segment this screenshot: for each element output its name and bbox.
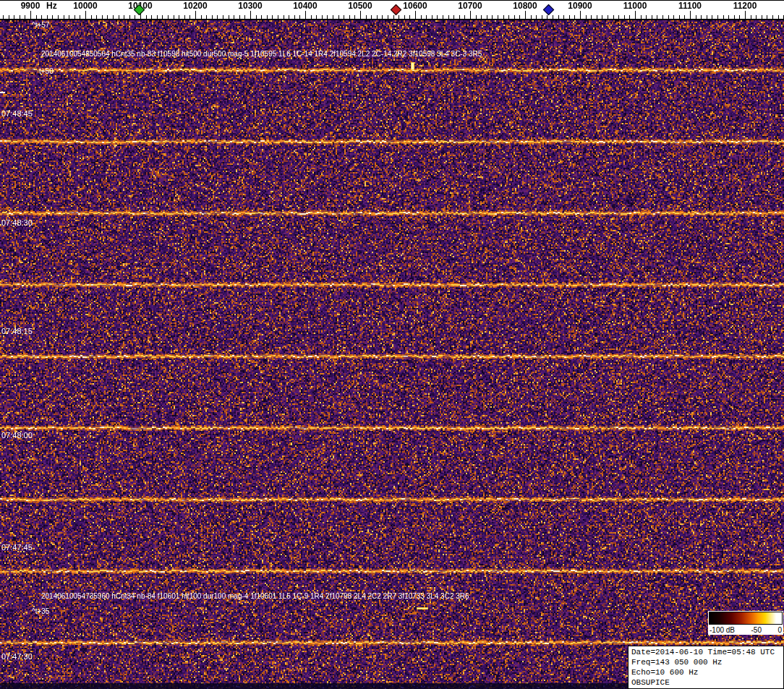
info-line: Echo=10 600 Hz [631, 667, 780, 677]
legend-label: -50 [751, 626, 762, 634]
freq-tick-label: 11100 [678, 1, 702, 11]
echo-annotation: 20140610054735960 hCnt34 nb-84 f10601 hi… [41, 592, 469, 600]
freq-tick-label: 10400 [293, 1, 317, 11]
time-label: 07:48:45 [1, 109, 33, 118]
freq-tick-label: 10300 [238, 1, 262, 11]
time-label: 07:47:30 [1, 652, 33, 661]
time-label: 07:47:45 [1, 543, 33, 552]
time-label: 07:48:15 [1, 327, 33, 335]
freq-tick-label: 11000 [623, 1, 647, 11]
freq-tick-label: 10600 [403, 1, 427, 11]
freq-axis-unit: Hz [46, 1, 57, 11]
freq-tick-label: 11200 [733, 1, 757, 11]
legend-label: 0 [777, 626, 782, 634]
legend-label: -100 dB [710, 626, 735, 634]
waterfall-display[interactable] [0, 20, 784, 689]
echo-annotation: ^t+35 [32, 607, 49, 615]
freq-tick-label: 10800 [513, 1, 537, 11]
station-info-box: Date=2014-06-10 Time=05:48 UTCFreq=143 0… [628, 646, 784, 689]
freq-tick-label: 9900 [21, 1, 41, 11]
freq-tick-label: 10700 [458, 1, 482, 11]
frequency-axis: 9900100001010010200103001040010500106001… [0, 0, 784, 20]
color-scale-gradient [709, 612, 783, 625]
freq-tick-label: 10900 [568, 1, 592, 11]
info-line: OBSUPICE [631, 677, 780, 688]
spectrogram-app: 9900100001010010200103001040010500106001… [0, 0, 784, 689]
freq-tick-label: 10200 [183, 1, 207, 11]
info-line: Date=2014-06-10 Time=05:48 UTC [631, 647, 780, 657]
echo-annotation: t+50 [39, 67, 54, 75]
freq-tick-label: 10500 [348, 1, 372, 11]
time-label: 07:48:30 [1, 218, 33, 227]
time-tick-dash [0, 92, 5, 93]
info-line: Freq=143 050 000 Hz [631, 657, 780, 667]
color-scale-legend: -100 dB-500 [708, 611, 783, 635]
freq-tick-label: 10000 [73, 1, 97, 11]
echo-annotation: 20140610054850564 hCnt35 nb-83 f10598 hi… [41, 50, 482, 58]
color-scale-labels: -100 dB-500 [709, 625, 783, 634]
time-label: 07:48:00 [1, 431, 33, 440]
echo-annotation: ^t+57 [32, 21, 49, 29]
